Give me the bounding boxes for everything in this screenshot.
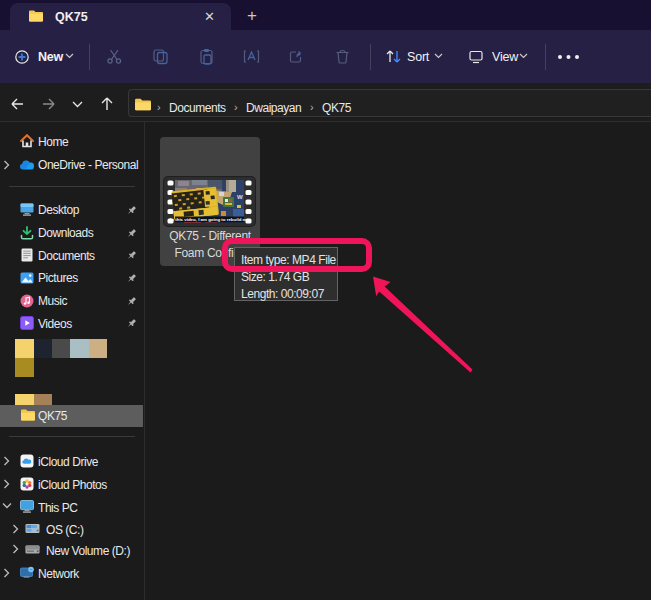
svg-text:In this video, I am going to r: In this video, I am going to rebuild my	[170, 217, 249, 222]
svg-text:W: W	[237, 194, 243, 200]
